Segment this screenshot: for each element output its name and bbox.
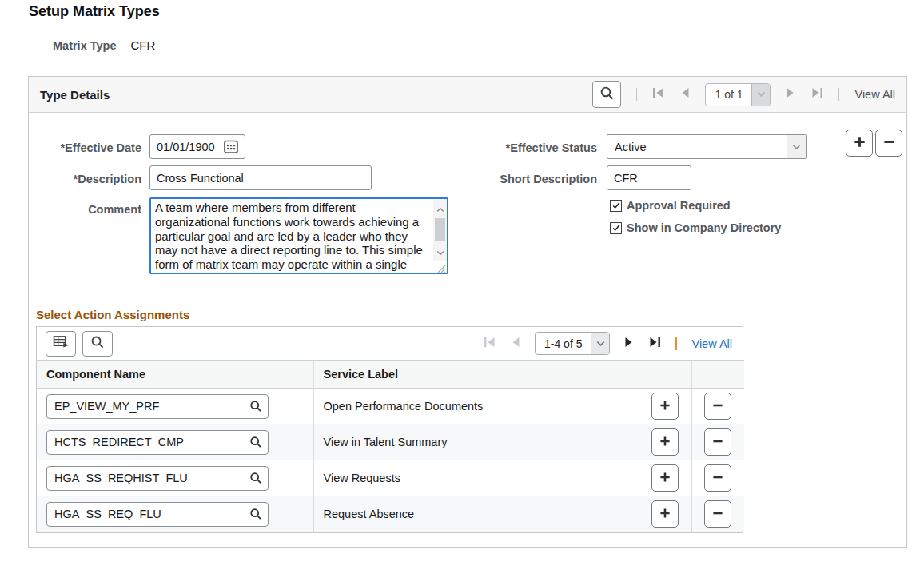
setup-matrix-types-page: Setup Matrix Types Matrix Type CFR Type …	[0, 0, 924, 562]
next-page-button[interactable]	[624, 337, 635, 351]
scroll-thumb[interactable]	[435, 218, 445, 241]
approval-required-checkbox[interactable]: Approval Required	[610, 199, 731, 212]
table-row: View Requests	[37, 460, 744, 496]
plus-icon	[659, 435, 671, 450]
lookup-icon[interactable]	[249, 508, 262, 523]
add-row-button[interactable]	[651, 500, 679, 528]
component-name-field	[46, 430, 269, 455]
first-page-button[interactable]	[652, 87, 664, 102]
service-label-cell: Open Performance Documents	[313, 389, 639, 424]
delete-row-button[interactable]	[704, 500, 731, 528]
add-column-header	[639, 361, 691, 389]
lookup-icon[interactable]	[249, 472, 262, 487]
show-in-directory-label: Show in Company Directory	[627, 221, 781, 234]
description-input[interactable]	[149, 165, 372, 190]
component-name-field	[46, 502, 269, 527]
table-row: View in Talent Summary	[37, 424, 744, 460]
add-row-button[interactable]	[651, 428, 679, 456]
minus-icon	[711, 471, 724, 486]
plus-icon	[659, 399, 671, 414]
add-row-button[interactable]	[846, 130, 873, 157]
search-icon	[90, 335, 105, 353]
checkbox-checked-icon[interactable]	[610, 200, 622, 212]
last-page-button[interactable]	[811, 87, 823, 102]
effective-status-select[interactable]: Active	[607, 134, 807, 159]
comment-text: A team where members from different orga…	[155, 201, 431, 271]
chevron-down-icon	[751, 84, 770, 106]
component-name-input[interactable]	[46, 466, 269, 491]
component-name-field	[46, 466, 269, 491]
grid-search-button[interactable]	[82, 331, 113, 357]
approval-required-label: Approval Required	[627, 199, 731, 212]
table-row: Open Performance Documents	[37, 389, 744, 424]
comment-label: Comment	[29, 203, 141, 216]
scroll-up-icon[interactable]	[436, 201, 444, 216]
short-description-label: Short Description	[452, 173, 597, 185]
grid-toolbar: 1-4 of 5 View All	[37, 327, 743, 360]
checkbox-checked-icon[interactable]	[610, 222, 622, 234]
service-label-header: Service Label	[313, 361, 639, 389]
show-in-directory-checkbox[interactable]: Show in Company Directory	[610, 221, 781, 234]
lookup-icon[interactable]	[249, 400, 262, 415]
component-name-input[interactable]	[46, 430, 269, 455]
short-description-input[interactable]	[607, 165, 691, 190]
calendar-icon[interactable]	[223, 139, 239, 157]
first-page-icon	[652, 87, 664, 102]
page-position-select[interactable]: 1-4 of 5	[535, 332, 610, 355]
minus-icon	[711, 507, 724, 522]
action-assignments-title: Select Action Assignments	[36, 308, 189, 321]
type-details-header-bar: Type Details 1 of 1	[29, 77, 906, 113]
type-details-section: Type Details 1 of 1	[28, 76, 907, 548]
minus-icon	[711, 435, 724, 450]
last-page-button[interactable]	[649, 337, 661, 351]
minus-icon	[882, 135, 896, 152]
plus-icon	[853, 135, 866, 152]
scroll-down-icon[interactable]	[436, 245, 444, 259]
first-page-button[interactable]	[484, 337, 496, 351]
page-position-value: 1 of 1	[706, 84, 751, 106]
view-all-link[interactable]: View All	[854, 88, 895, 101]
service-label-cell: View in Talent Summary	[313, 424, 639, 460]
effective-date-label: *Effective Date	[29, 141, 141, 154]
search-icon	[599, 86, 615, 104]
effective-status-value: Active	[607, 135, 787, 158]
page-position-select[interactable]: 1 of 1	[705, 83, 771, 106]
component-name-field	[46, 394, 269, 419]
add-row-button[interactable]	[651, 393, 679, 420]
table-row: Request Absence	[37, 496, 744, 532]
search-button[interactable]	[592, 81, 621, 108]
comment-textarea[interactable]: A team where members from different orga…	[149, 197, 448, 274]
delete-row-button[interactable]	[704, 464, 731, 492]
component-name-header: Component Name	[37, 361, 313, 389]
prev-page-button[interactable]	[679, 87, 690, 102]
action-assignments-grid: 1-4 of 5 View All	[36, 326, 743, 533]
matrix-type-label: Matrix Type	[53, 39, 117, 52]
delete-row-button[interactable]	[875, 130, 902, 157]
separator	[838, 88, 839, 101]
delete-column-header	[691, 361, 744, 389]
component-name-input[interactable]	[46, 394, 269, 419]
plus-icon	[659, 507, 671, 522]
component-name-input[interactable]	[46, 502, 269, 527]
first-page-icon	[484, 337, 496, 351]
delete-row-button[interactable]	[704, 393, 731, 420]
description-label: *Description	[29, 173, 141, 185]
prev-page-button[interactable]	[510, 337, 520, 351]
table-header-row: Component Name Service Label	[37, 361, 744, 389]
add-row-button[interactable]	[651, 464, 679, 492]
view-all-link[interactable]: View All	[691, 337, 732, 350]
prev-page-icon	[510, 337, 520, 351]
type-details-pagination: 1 of 1 View All	[592, 81, 895, 108]
separator	[675, 337, 677, 350]
textarea-scrollbar[interactable]	[433, 199, 447, 261]
resize-grip-icon[interactable]	[436, 262, 446, 272]
delete-row-button[interactable]	[704, 428, 731, 456]
action-assignments-table: Component Name Service Label	[37, 360, 744, 532]
grid-personalize-button[interactable]	[46, 331, 76, 357]
service-label-cell: Request Absence	[313, 496, 639, 532]
plus-icon	[659, 471, 671, 486]
grid-pagination: 1-4 of 5 View All	[484, 332, 732, 355]
lookup-icon[interactable]	[249, 436, 262, 451]
next-page-button[interactable]	[786, 87, 796, 102]
next-page-icon	[624, 337, 635, 351]
